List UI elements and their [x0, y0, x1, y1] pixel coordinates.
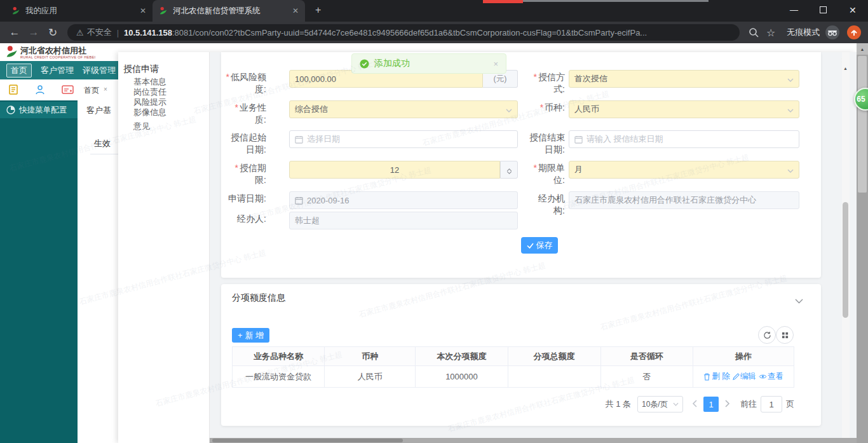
field-label-term: *授信期限:: [226, 162, 266, 186]
col-header-amount: 本次分项额度: [416, 347, 508, 366]
credit-form-card: *低风险额度: 100,000.00 (元) *授信方式: 首次授信 *业务性质…: [221, 52, 821, 278]
add-button[interactable]: + 新 增: [232, 328, 269, 343]
column-settings-button[interactable]: [776, 326, 794, 344]
window-minimize-button[interactable]: —: [790, 5, 798, 15]
calendar-icon: [574, 135, 583, 144]
browser-tab-active[interactable]: 河北农信新信贷管理系统 ✕: [153, 0, 305, 22]
pagination: 共 1 条 10条/页 1 前往 1 页: [606, 396, 794, 412]
field-label-end-date: 授信结束日期:: [528, 132, 565, 156]
refresh-button[interactable]: [758, 326, 776, 344]
pie-chart-icon: [6, 106, 15, 117]
field-label-agency: 经办机构:: [528, 193, 565, 217]
window-close-button[interactable]: ✕: [849, 5, 857, 15]
menu-group-label: 授信申请: [123, 64, 159, 75]
horizontal-scrollbar-thumb[interactable]: [212, 439, 403, 442]
background-content-sliver: 客户基 生效: [78, 100, 118, 443]
menu-item-image-info[interactable]: 影像信息: [133, 107, 166, 118]
number-spinner[interactable]: [500, 161, 518, 179]
next-page-button[interactable]: [725, 399, 730, 410]
inner-vertical-scrollbar[interactable]: ▲: [842, 52, 850, 443]
toast-close-icon[interactable]: ×: [493, 59, 498, 69]
reload-button[interactable]: ↻: [43, 26, 62, 39]
window-scrollbar-thumb[interactable]: [858, 56, 867, 193]
credit-term-input[interactable]: 12: [289, 161, 500, 179]
agency-input: 石家庄市鹿泉农村信用合作联社石家庄微贷分中心: [569, 191, 799, 209]
tab-title: 我的应用: [25, 6, 140, 17]
cell-amount: 1000000: [416, 366, 508, 388]
nav-item-customer[interactable]: 客户管理: [41, 65, 74, 76]
url-host: 10.5.141.158: [124, 28, 172, 37]
sub-quota-table: 业务品种名称 币种 本次分项额度 分项总额度 是否循环 操作 一般流动资金贷款 …: [232, 346, 794, 388]
toast-message: 添加成功: [374, 58, 493, 69]
pagination-total: 共 1 条: [606, 399, 631, 410]
app-nav-bar: 首页 客户管理 评级管理 押品管理: [0, 61, 118, 79]
forward-button[interactable]: →: [24, 26, 43, 39]
new-tab-button[interactable]: +: [315, 4, 321, 16]
calendar-icon: [295, 196, 303, 205]
bookmark-star-icon[interactable]: ☆: [766, 27, 775, 39]
background-text-customer: 客户基: [86, 105, 111, 116]
home-tab-close-icon[interactable]: ×: [104, 86, 107, 93]
tab-close-icon[interactable]: ✕: [140, 6, 146, 15]
scroll-up-button[interactable]: ▲: [857, 43, 868, 55]
check-icon: [527, 243, 534, 249]
home-tab[interactable]: 首页: [84, 85, 99, 96]
prev-page-button[interactable]: [692, 399, 697, 410]
sidebar-item-quick-menu[interactable]: 快捷菜单配置: [0, 102, 78, 118]
sidebar-item-label: 快捷菜单配置: [19, 105, 67, 116]
modal-menu: 授信申请 基本信息 岗位责任 风险提示 影像信息 意见: [118, 52, 210, 443]
browser-url-bar: ← → ↻ ⚠ 不安全 | 10.5.141.158 :8081/con/con…: [0, 22, 868, 43]
col-header-currency: 币种: [325, 347, 416, 366]
chevron-down-icon: [787, 74, 794, 84]
col-header-product: 业务品种名称: [233, 347, 325, 366]
table-row: 一般流动资金贷款 人民币 1000000 否 删 除 编辑: [233, 366, 794, 388]
plus-icon: +: [238, 331, 243, 340]
browser-tab-inactive[interactable]: 我的应用 ✕: [5, 0, 153, 22]
menu-item-opinion[interactable]: 意见: [133, 121, 150, 132]
col-header-revolving: 是否循环: [601, 347, 693, 366]
browser-tab-bar: 我的应用 ✕ 河北农信新信贷管理系统 ✕ + — ✕: [0, 0, 868, 22]
app-logo-subtitle: RURAL CREDIT COOPERATIVE OF HEBEI: [20, 55, 95, 59]
zoom-page-icon[interactable]: [749, 27, 759, 37]
chevron-down-icon: [506, 105, 512, 114]
url-field[interactable]: ⚠ 不安全 | 10.5.141.158 :8081/con/con02?tbC…: [67, 24, 740, 41]
collapse-chevron-icon[interactable]: [795, 295, 803, 306]
currency-select[interactable]: 人民币: [569, 100, 799, 118]
section-title: 分项额度信息: [232, 292, 285, 304]
horizontal-scrollbar[interactable]: [210, 438, 857, 443]
save-button[interactable]: 保存: [521, 237, 558, 254]
card-icon[interactable]: [62, 85, 74, 97]
user-icon[interactable]: [34, 84, 46, 98]
biz-nature-select[interactable]: 综合授信: [289, 100, 518, 118]
window-maximize-button[interactable]: [820, 6, 827, 13]
screen: 我的应用 ✕ 河北农信新信贷管理系统 ✕ + — ✕ ← → ↻ ⚠ 不安全: [0, 0, 868, 443]
tab-title: 河北农信新信贷管理系统: [173, 6, 292, 17]
credit-end-date-input[interactable]: 请输入 授信结束日期: [569, 130, 799, 148]
field-label-term-unit: *期限单位:: [528, 162, 565, 186]
field-label-start-date: 授信起始日期:: [226, 132, 266, 156]
back-button[interactable]: ←: [5, 26, 24, 39]
credit-mode-select[interactable]: 首次授信: [569, 70, 799, 88]
field-label-currency: *币种:: [528, 102, 565, 114]
page-size-select[interactable]: 10条/页: [637, 396, 683, 412]
background-tab-effective[interactable]: 生效: [94, 138, 111, 149]
background-window-strip-grey: [523, 0, 709, 2]
delete-link[interactable]: 删 除: [703, 371, 729, 382]
scroll-up-arrow[interactable]: ▲: [843, 66, 848, 71]
sub-quota-card: 分项额度信息 + 新 增 业务品种名称 币种 本次分项额度 分项总额度 是否循环: [221, 284, 821, 426]
document-icon[interactable]: [8, 84, 19, 98]
inner-scrollbar-thumb[interactable]: [843, 202, 848, 318]
spinner-down-icon[interactable]: [506, 165, 512, 177]
nav-item-home[interactable]: 首页: [6, 64, 32, 78]
goto-page-input[interactable]: 1: [761, 396, 782, 412]
tab-close-icon[interactable]: ✕: [292, 6, 299, 15]
edit-link[interactable]: 编辑: [733, 371, 756, 382]
view-link[interactable]: 查看: [759, 371, 783, 382]
nav-item-rating[interactable]: 评级管理: [83, 65, 116, 76]
profile-update-icon[interactable]: [846, 25, 862, 40]
page-number-button[interactable]: 1: [703, 397, 719, 412]
credit-start-date-input[interactable]: 选择日期: [289, 130, 518, 148]
favicon: [11, 6, 20, 15]
term-unit-select[interactable]: 月: [569, 161, 799, 179]
incognito-label: 无痕模式: [787, 27, 820, 38]
